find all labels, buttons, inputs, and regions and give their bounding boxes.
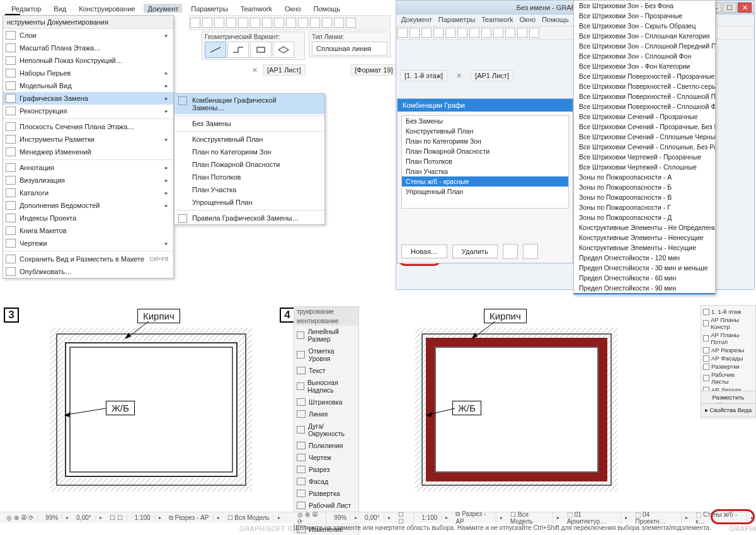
submenu-ceiling[interactable]: План Потолков — [192, 173, 241, 181]
menu-layers[interactable]: Слои — [20, 32, 37, 39]
menu2-doc[interactable]: Документ — [401, 16, 432, 25]
tool-icon[interactable] — [286, 18, 296, 28]
model-4[interactable]: Вся Модель — [510, 511, 533, 525]
tool-icon[interactable] — [310, 18, 320, 28]
combo-list-item[interactable]: План Пожарной Опасности — [402, 146, 568, 156]
win-close[interactable]: ✕ — [738, 3, 752, 13]
toolbox-item[interactable]: Выносная Надпись — [294, 377, 358, 396]
submenu-rules[interactable]: Правила Графической Замены… — [192, 214, 299, 222]
rule-item[interactable]: Все Штриховки Поверхностей - Сплошной Пе… — [574, 91, 715, 101]
menu-help[interactable]: Помощь — [310, 4, 345, 13]
rule-item[interactable]: Все Штриховки Сечений - Сплошные, Без Ра… — [574, 142, 715, 152]
combo-list-item[interactable]: План Участка — [402, 166, 568, 176]
tool-icon[interactable] — [262, 18, 272, 28]
arch-4[interactable]: 01 Архитектур… — [567, 511, 606, 525]
toolbar-1[interactable] — [189, 15, 391, 30]
menu-partial-display[interactable]: Неполный Показ Конструкций… — [20, 57, 123, 64]
menu-save-view[interactable]: Сохранить Вид и Разместить в Макете — [20, 255, 144, 263]
document-menu[interactable]: нструменты Документирования Слои▸ Масшта… — [3, 15, 174, 279]
menu-editor[interactable]: Редактор — [8, 4, 45, 13]
menu-schedule-add[interactable]: Дополнения Ведомостей — [20, 202, 100, 209]
nav-unfolds[interactable]: Развертки — [711, 363, 740, 370]
toolbox-item[interactable]: Чертеж — [294, 452, 358, 464]
submenu-site[interactable]: План Участка — [192, 186, 236, 193]
rule-item[interactable]: Предел Огнестойкости - 30 мин и меньше — [574, 263, 715, 273]
angle-4[interactable]: 0,00° — [361, 514, 384, 521]
toolbox-item[interactable]: Рабочий Лист — [294, 500, 358, 512]
rule-item[interactable]: Все Штриховки Зон - Сплошной Фон — [574, 51, 715, 61]
rule-item[interactable]: Все Штриховки Зон - Прозрачные — [574, 11, 715, 21]
submenu-simplified[interactable]: Упрощенный План — [192, 198, 253, 206]
toolbox-item[interactable]: Отметка Уровня — [294, 345, 358, 365]
tool-icon[interactable] — [214, 18, 224, 28]
nav-elevations[interactable]: АР Фасады — [711, 355, 743, 362]
rule-item[interactable]: Все Штриховки Поверхностей - Светло-серы… — [574, 81, 715, 91]
delete-button[interactable]: Удалить — [452, 244, 498, 258]
model-3[interactable]: Вся Модель — [234, 514, 270, 521]
rule-item[interactable]: Предел Огнестойкости - 90 мин — [574, 283, 715, 293]
rule-item[interactable]: Все Штриховки Поверхностей - Прозрачные — [574, 71, 715, 81]
menu-section-plane[interactable]: Плоскость Сечения Плана Этажа… — [20, 123, 134, 130]
menu-drawings[interactable]: Чертежи — [20, 239, 47, 247]
menu-pen-sets[interactable]: Наборы Перьев — [20, 69, 71, 77]
nav-floor[interactable]: 1. 1-й этаж — [711, 308, 741, 315]
nav-sections[interactable]: АР Разрезы — [711, 347, 744, 354]
tool-icon[interactable] — [529, 28, 539, 38]
toolbox-item[interactable]: Фасад — [294, 476, 358, 488]
zoom-3[interactable]: 99% — [42, 514, 62, 521]
tab-ap1[interactable]: [АР1 Лист] — [263, 64, 306, 76]
rule-item[interactable]: Зоны по Пожароопасности - В — [574, 192, 715, 202]
tool-icon[interactable] — [433, 28, 444, 38]
toolbox-item[interactable]: Полилиния — [294, 440, 358, 452]
menu2-help[interactable]: Помощь — [542, 16, 569, 25]
tool-icon[interactable] — [202, 18, 212, 28]
menu2-params[interactable]: Параметры — [438, 16, 476, 25]
menu-change-manager[interactable]: Менеджер Изменений — [20, 148, 91, 156]
menu2-win[interactable]: Окно — [520, 16, 536, 25]
tool-icon[interactable] — [481, 28, 491, 38]
submenu-construction[interactable]: Конструктивный План — [192, 135, 263, 143]
menu-graphic-override[interactable]: Графическая Замена — [20, 95, 88, 102]
tool-icon[interactable] — [274, 18, 284, 28]
menu-reconstruction[interactable]: Реконструкция — [20, 107, 67, 115]
toolbox-item[interactable]: Линейный Размер — [294, 326, 358, 345]
rule-item[interactable]: Все Штриховки Поверхностей - Сплошной Фо… — [574, 101, 715, 112]
rule-item[interactable]: Стены ж/б - красные — [574, 293, 715, 295]
rule-item[interactable]: Все Штриховки Сечений - Прозрачные — [574, 112, 715, 122]
combo-list-item[interactable]: План Потолков — [402, 156, 568, 166]
win-max[interactable]: ☐ — [723, 3, 736, 13]
menu-document[interactable]: Документ — [144, 4, 182, 13]
rule-item[interactable]: Все Штриховки Чертежей - Сплошные — [574, 162, 715, 172]
tool-icon[interactable] — [250, 18, 260, 28]
submenu-zones[interactable]: План по Категориям Зон — [192, 148, 272, 156]
scale-4[interactable]: 1:100 — [418, 514, 442, 521]
tool-icon[interactable] — [457, 28, 467, 38]
rule-item[interactable]: Все Штриховки Сечений - Сплошные Черные — [574, 132, 715, 142]
tab2-ap1[interactable]: [АР1 Лист] — [471, 70, 513, 81]
menu-markup-tools[interactable]: Инструменты Разметки — [20, 135, 94, 143]
menu-annotation[interactable]: Аннотация — [20, 164, 54, 171]
menu-params[interactable]: Параметры — [187, 4, 232, 13]
rule-item[interactable]: Все Штриховки Сечений - Прозрачные, Без … — [574, 122, 715, 132]
tool-icon[interactable] — [298, 18, 308, 28]
toolbox-item[interactable]: Разрез — [294, 464, 358, 476]
tool-icon[interactable] — [398, 28, 408, 38]
rule-item[interactable]: Зоны по Пожароопасности - Г — [574, 202, 715, 212]
rule-item[interactable]: Конструктивные Элементы - Не Определены — [574, 222, 715, 233]
menu-visualization[interactable]: Визуализация — [20, 176, 65, 184]
rule-item[interactable]: Все Штриховки Зон - Скрыть Образец — [574, 21, 715, 31]
nav-plans-constr[interactable]: АР Планы Констр — [711, 316, 753, 330]
export-button[interactable] — [523, 244, 538, 259]
menu-publish[interactable]: Опубликовать… — [20, 268, 72, 275]
submenu-fire[interactable]: План Пожарной Опасности — [192, 161, 280, 168]
tool-icon[interactable] — [493, 28, 503, 38]
menu-model-view[interactable]: Модельный Вид — [20, 82, 72, 89]
scale-3[interactable]: 1:100 — [131, 514, 155, 521]
tool-icon[interactable] — [445, 28, 455, 38]
menu-floor-scale[interactable]: Масштаб Плана Этажа… — [20, 44, 101, 52]
rule-item[interactable]: Все Штриховки Зон - Сплошной Передний Пл… — [574, 41, 715, 51]
rule-item[interactable]: Конструктивные Элементы - Ненесущие — [574, 233, 715, 243]
geom-opt-4[interactable] — [273, 42, 294, 58]
line-type-select[interactable]: Сплошная линия — [312, 42, 387, 55]
toolbox-item[interactable]: Линия — [294, 408, 358, 420]
